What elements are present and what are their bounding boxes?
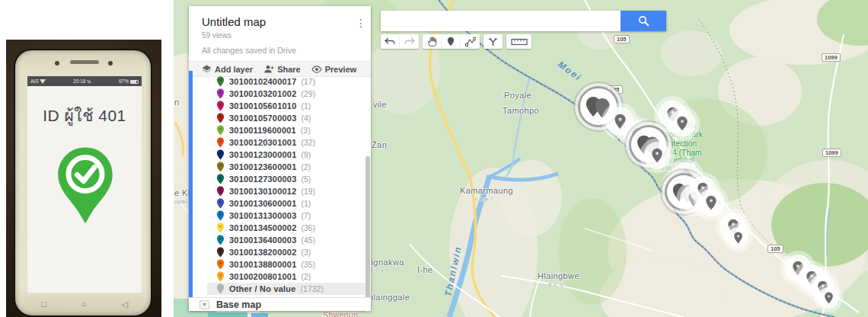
map-place-label: vile (373, 100, 387, 109)
app-user-id-title: ID ผู้ใช้ 401 (27, 103, 142, 128)
layer-count: (7) (301, 211, 311, 220)
layer-count: (1) (301, 101, 311, 110)
layer-pin-icon (216, 174, 225, 184)
river-sliver-blue (251, 313, 268, 317)
search-input[interactable] (381, 11, 621, 31)
add-directions-button[interactable] (483, 34, 503, 49)
layer-code: 30100105700003 (229, 114, 296, 123)
map-place-label: Kamarmaung (460, 186, 513, 195)
search-button[interactable] (621, 11, 666, 31)
layer-count: (3) (301, 126, 311, 135)
layer-row[interactable]: 30100120301001(32) (207, 136, 365, 149)
layer-pin-icon (216, 247, 225, 258)
phone-sensor-dot (108, 61, 113, 66)
layer-count: (35) (301, 260, 315, 269)
layer-row[interactable]: 30100200801001(2) (207, 271, 365, 283)
layer-row[interactable]: 30100138200002(3) (207, 246, 365, 258)
search-icon (638, 15, 649, 27)
nav-recents-icon[interactable]: □ (41, 299, 46, 309)
layer-row[interactable]: 30100134500002(36) (207, 222, 365, 234)
carrier-label: AIS (30, 78, 38, 84)
expand-caret-icon[interactable]: ▾ (199, 300, 209, 309)
layer-row[interactable]: 30100102400017(17) (207, 75, 365, 88)
layer-row[interactable]: 30100105601010(1) (207, 100, 365, 112)
battery-percent: 67% (119, 78, 129, 84)
layer-row[interactable]: 30100136400003(45) (207, 234, 365, 246)
layer-count: (19) (301, 187, 315, 196)
layer-row[interactable]: 30100119600001(3) (207, 124, 365, 136)
hand-icon (427, 37, 437, 46)
layer-code: 30100105601010 (229, 101, 296, 110)
add-marker-button[interactable] (442, 34, 461, 49)
road-number-badge: 1099 (822, 53, 841, 62)
layer-row[interactable]: 30100105700003(4) (207, 112, 365, 124)
layer-row-other[interactable]: Other / No value(1732) (207, 283, 365, 295)
layer-count: (1) (301, 199, 311, 208)
layer-row[interactable]: 30100123600001(2) (207, 161, 365, 173)
cluster-pin-icon (824, 292, 834, 304)
layer-row[interactable]: 30100131300003(7) (207, 210, 365, 222)
layer-pin-icon (216, 198, 225, 209)
layer-row[interactable]: 30100123000001(9) (207, 149, 365, 161)
base-map-row[interactable]: ▾ Base map (189, 297, 371, 311)
layer-row[interactable]: 30100138800001(35) (207, 258, 365, 271)
pan-hand-button[interactable] (423, 34, 442, 49)
person-add-icon (263, 65, 274, 73)
map-place-label: Tamohpo (503, 106, 539, 115)
layer-code: 30100131300003 (229, 211, 296, 220)
save-status: All changes saved in Drive (202, 46, 296, 55)
map-search-bar (381, 11, 666, 31)
layer-code: 30100138200002 (229, 248, 296, 257)
status-time: 20:18 น. (73, 78, 91, 85)
map-toolbar (381, 34, 531, 49)
map-title[interactable]: Untitled map (202, 15, 266, 28)
cluster-pin-icon (733, 232, 743, 244)
undo-button[interactable] (381, 34, 400, 49)
road-number-badge: 1099 (822, 149, 841, 157)
layer-count: (2) (301, 272, 311, 281)
layers-icon (202, 65, 212, 74)
layer-code: Other / No value (229, 284, 296, 293)
marker-cluster[interactable] (697, 189, 725, 216)
redo-button[interactable] (400, 34, 419, 49)
nav-back-icon[interactable]: ◁ (122, 299, 128, 309)
marker-cluster[interactable] (643, 142, 671, 169)
wifi-icon (40, 79, 46, 84)
layer-count: (2) (301, 162, 311, 171)
layer-code: 30100123000001 (229, 150, 296, 159)
map-place-label: แม่ขะ (174, 197, 188, 206)
add-layer-label: Add layer (215, 65, 253, 74)
panel-toolbar: Add layer Share Preview (189, 61, 371, 77)
layer-pin-icon (216, 210, 225, 221)
river-sliver-teal (208, 312, 247, 317)
layer-code: 30100120301001 (229, 138, 296, 147)
layer-pin-icon (216, 149, 225, 160)
polyline-icon (465, 37, 476, 46)
layer-pin-icon (216, 113, 225, 123)
preview-button[interactable]: Preview (311, 65, 357, 74)
layer-pin-icon (216, 88, 225, 99)
undo-icon (385, 37, 395, 46)
layer-row[interactable]: 30100103201002(29) (207, 88, 365, 100)
layer-pin-icon (216, 235, 225, 245)
measure-button[interactable] (506, 34, 531, 49)
layer-pin-icon (216, 76, 225, 87)
marker-cluster[interactable] (669, 110, 696, 137)
add-layer-button[interactable]: Add layer (202, 65, 253, 74)
kebab-menu-icon[interactable]: ⋮ (356, 17, 366, 29)
map-place-label: Poyale (504, 91, 531, 100)
nav-home-icon[interactable]: ○ (81, 299, 87, 309)
layer-row[interactable]: 30100130600001(1) (207, 197, 365, 210)
layer-pin-icon (216, 259, 225, 270)
panel-scrollbar[interactable] (365, 156, 370, 312)
ruler-icon (511, 38, 528, 46)
layer-code: 30100136400003 (229, 235, 296, 245)
layer-row[interactable]: 30100130100012(19) (207, 185, 365, 197)
draw-line-button[interactable] (461, 34, 480, 49)
layer-pin-icon (216, 125, 225, 136)
marker-cluster[interactable] (727, 227, 748, 248)
share-button[interactable]: Share (263, 65, 301, 74)
layer-row[interactable]: 30100127300003(5) (207, 173, 365, 185)
marker-cluster[interactable] (818, 287, 839, 309)
map-place-label: Shwegun (323, 310, 359, 317)
